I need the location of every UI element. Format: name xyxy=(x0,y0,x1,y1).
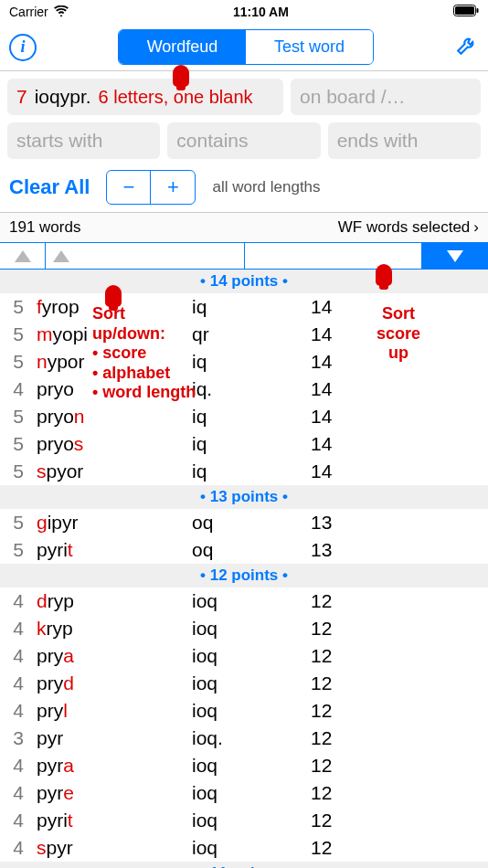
word: dryp xyxy=(37,590,192,612)
word-row[interactable]: 5gipyroq13 xyxy=(0,509,488,536)
contains-input[interactable]: contains xyxy=(167,122,320,159)
word-length: 4 xyxy=(0,782,37,804)
word-row[interactable]: 4pryoiq.14 xyxy=(0,376,488,403)
word-row[interactable]: 4prydioq12 xyxy=(0,670,488,697)
letters-input[interactable]: 7 ioqypr. 6 letters, one blank xyxy=(7,79,283,115)
word-length: 5 xyxy=(0,351,37,373)
word-row[interactable]: 5pryoniq14 xyxy=(0,403,488,430)
results-list[interactable]: • 14 points •5fyropiq145myopiqr145nypori… xyxy=(0,270,488,868)
word-row[interactable]: 5fyropiq14 xyxy=(0,293,488,321)
word-length: 4 xyxy=(0,645,37,667)
status-bar: Carrier 11:10 AM xyxy=(0,0,488,24)
sort-alpha[interactable] xyxy=(46,243,245,269)
word-row[interactable]: 4pyritioq12 xyxy=(0,807,488,834)
remaining-letters: iq xyxy=(192,296,311,318)
word-row[interactable]: 5myopiqr14 xyxy=(0,321,488,348)
remaining-letters: ioq xyxy=(192,810,311,831)
remaining-letters: ioq xyxy=(192,590,311,612)
settings-button[interactable] xyxy=(455,33,479,62)
battery-icon xyxy=(453,5,479,19)
word-length: 4 xyxy=(0,837,37,859)
clock: 11:10 AM xyxy=(233,5,289,19)
stepper-minus[interactable]: − xyxy=(107,171,151,204)
word-row[interactable]: 4pyreioq12 xyxy=(0,779,488,807)
word-length: 4 xyxy=(0,700,37,722)
chevron-right-icon: › xyxy=(473,218,479,237)
word: kryp xyxy=(37,618,192,640)
tab-test-word[interactable]: Test word xyxy=(246,30,373,64)
remaining-letters: oq xyxy=(192,512,311,534)
svg-rect-2 xyxy=(476,8,478,13)
word-row[interactable]: 4drypioq12 xyxy=(0,587,488,615)
remaining-letters: ioq xyxy=(192,782,311,804)
word-row[interactable]: 4pyraioq12 xyxy=(0,752,488,779)
score: 12 xyxy=(311,672,384,694)
letter-count: 7 xyxy=(16,86,27,108)
remaining-letters: oq xyxy=(192,539,311,561)
word-length: 5 xyxy=(0,460,37,482)
remaining-letters: ioq xyxy=(192,755,311,777)
sort-mid[interactable] xyxy=(245,243,422,269)
word: pryd xyxy=(37,672,192,694)
word-row[interactable]: 4pryaioq12 xyxy=(0,642,488,670)
word: nypor xyxy=(37,351,192,373)
svg-rect-1 xyxy=(455,6,474,15)
score: 14 xyxy=(311,406,384,428)
word-row[interactable]: 5pyritoq13 xyxy=(0,536,488,564)
dictionary-selector[interactable]: WF words selected › xyxy=(338,218,479,237)
word-length: 5 xyxy=(0,296,37,318)
score: 14 xyxy=(311,433,384,455)
sort-score-active[interactable] xyxy=(422,243,488,269)
word: spyr xyxy=(37,837,192,859)
starts-with-input[interactable]: starts with xyxy=(7,122,160,159)
word-row[interactable]: 4prylioq12 xyxy=(0,697,488,725)
word: fyrop xyxy=(37,296,192,318)
word-row[interactable]: 4krypioq12 xyxy=(0,615,488,642)
word-row[interactable]: 5pryosiq14 xyxy=(0,430,488,458)
remaining-letters: ioq xyxy=(192,672,311,694)
remaining-letters: qr xyxy=(192,323,311,345)
letters-value: ioqypr. xyxy=(35,86,91,108)
remaining-letters: iq xyxy=(192,433,311,455)
clear-all-button[interactable]: Clear All xyxy=(9,175,90,199)
word-length: 5 xyxy=(0,406,37,428)
word-row[interactable]: 3pyrioq.12 xyxy=(0,725,488,752)
word-length: 4 xyxy=(0,810,37,831)
word-row[interactable]: 5spyoriq14 xyxy=(0,458,488,485)
remaining-letters: iq xyxy=(192,460,311,482)
word-length: 4 xyxy=(0,618,37,640)
ends-with-input[interactable]: ends with xyxy=(328,122,481,159)
score: 12 xyxy=(311,782,384,804)
remaining-letters: iq xyxy=(192,406,311,428)
word: gipyr xyxy=(37,512,192,534)
word-length: 5 xyxy=(0,323,37,345)
control-row: Clear All − + all word lengths xyxy=(0,166,488,212)
tab-wordfeud[interactable]: Wordfeud xyxy=(119,30,246,64)
stepper-plus[interactable]: + xyxy=(151,171,195,204)
word: spyor xyxy=(37,460,192,482)
letters-status: 6 letters, one blank xyxy=(99,87,253,108)
length-stepper: − + xyxy=(106,170,196,205)
sort-length[interactable] xyxy=(0,243,46,269)
word-row[interactable]: 5nyporiq14 xyxy=(0,348,488,376)
word-length: 5 xyxy=(0,539,37,561)
score: 12 xyxy=(311,618,384,640)
all-lengths-label: all word lengths xyxy=(212,178,320,196)
section-header: • 11 points • xyxy=(0,862,488,868)
word-length: 5 xyxy=(0,512,37,534)
word-length: 3 xyxy=(0,727,37,749)
info-button[interactable]: i xyxy=(9,34,37,61)
score: 12 xyxy=(311,590,384,612)
count-row: 191 words WF words selected › xyxy=(0,212,488,242)
word: prya xyxy=(37,645,192,667)
score: 14 xyxy=(311,460,384,482)
score: 12 xyxy=(311,755,384,777)
mode-segmented-control: Wordfeud Test word xyxy=(118,29,374,65)
score: 12 xyxy=(311,810,384,831)
word: pryo xyxy=(37,378,192,400)
word-row[interactable]: 4spyrioq12 xyxy=(0,834,488,862)
remaining-letters: iq. xyxy=(192,378,311,400)
score: 13 xyxy=(311,539,384,561)
on-board-input[interactable]: on board /… xyxy=(291,79,481,115)
word: pyrit xyxy=(37,810,192,831)
